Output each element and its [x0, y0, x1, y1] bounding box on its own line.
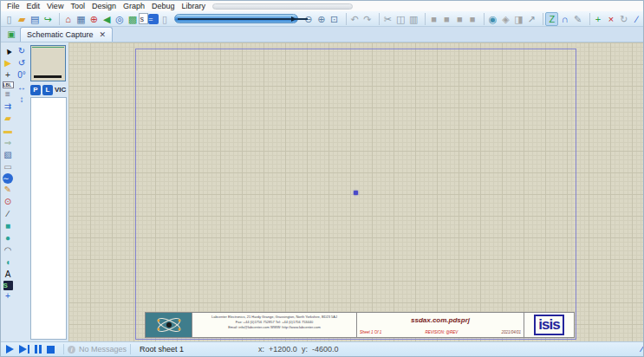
new-file-icon[interactable]: ▯ — [3, 12, 16, 26]
junction-mode-icon[interactable]: + — [2, 69, 15, 81]
status-bar: i No Messages Root sheet 1 x: +1200.0 y:… — [1, 341, 644, 356]
import-icon[interactable]: ↪ — [42, 12, 55, 26]
selector-header: P L VIC — [30, 84, 67, 95]
rotate-anticlockwise-icon[interactable]: ↺ — [16, 57, 29, 69]
block-delete-icon[interactable]: ■ — [466, 12, 479, 26]
pages-icon[interactable]: ▣ — [4, 27, 18, 41]
open-folder-icon[interactable]: ▰ — [16, 12, 29, 26]
tab-close-icon[interactable]: ✕ — [97, 30, 107, 39]
wire-label-mode-icon[interactable]: LBL — [3, 81, 14, 88]
menu-graph[interactable]: Graph — [120, 1, 148, 11]
grid-toggle-icon[interactable]: ▦ — [75, 12, 88, 26]
library-button[interactable]: L — [42, 85, 53, 95]
separator — [481, 13, 485, 25]
save-icon[interactable]: ▤ — [29, 12, 42, 26]
marker-2d-mode-icon[interactable]: + — [2, 290, 15, 302]
device-pin-mode-icon[interactable]: ⇒ — [2, 137, 15, 149]
packaging-tool-icon[interactable]: ◨ — [512, 12, 525, 26]
block-copy-icon[interactable]: ■ — [427, 12, 440, 26]
mirror-vertical-icon[interactable]: ↕ — [16, 94, 29, 106]
arc-2d-mode-icon[interactable]: ◠ — [2, 244, 15, 256]
current-probe-mode-icon[interactable]: ⊙ — [2, 196, 15, 208]
rotate-clockwise-icon[interactable]: ↻ — [16, 45, 29, 57]
menu-view[interactable]: View — [43, 1, 67, 11]
zoom-slider[interactable] — [174, 14, 298, 23]
new-sheet-icon[interactable]: + — [592, 12, 605, 26]
cut-icon[interactable]: ✂ — [381, 12, 394, 26]
pause-button[interactable] — [35, 345, 42, 354]
step-button[interactable] — [19, 345, 29, 354]
zoom-extents-button[interactable]: ⊡ — [328, 12, 341, 26]
decompose-icon[interactable]: ↗ — [525, 12, 538, 26]
pan-icon[interactable]: ◀ — [101, 12, 114, 26]
separator — [586, 13, 590, 25]
line-2d-mode-icon[interactable]: ∕ — [2, 208, 15, 220]
path-2d-mode-icon[interactable]: ◖ — [2, 256, 15, 269]
message-status[interactable]: No Messages — [79, 345, 127, 354]
menu-library[interactable]: Library — [178, 1, 209, 11]
separator — [540, 13, 544, 25]
minimap-border-line — [32, 47, 64, 48]
copy-icon[interactable]: ◫ — [394, 12, 407, 26]
menu-bar: FileEditViewToolDesignGraphDebugLibrary — [1, 1, 644, 11]
symbol-2d-mode-icon[interactable]: S — [3, 281, 13, 290]
revision-label: REVISION: @REV — [425, 330, 458, 334]
menu-tool[interactable]: Tool — [67, 1, 88, 11]
tab-bar: ▣ Schematic Capture ✕ — [1, 27, 644, 42]
undo-icon[interactable]: ↶ — [348, 12, 361, 26]
terminal-mode-icon[interactable]: ▬ — [2, 125, 15, 137]
mirror-horizontal-icon[interactable]: ↔ — [16, 81, 29, 94]
devices-list[interactable] — [30, 97, 67, 340]
generator-mode-icon[interactable]: ∼ — [3, 173, 13, 184]
separator — [56, 13, 61, 25]
menu-edit[interactable]: Edit — [23, 1, 44, 11]
origin-icon[interactable]: ⊕ — [88, 12, 101, 26]
template-icon[interactable]: ▯ — [159, 12, 172, 26]
tape-recorder-mode-icon[interactable]: ▭ — [2, 161, 15, 173]
stop-button[interactable] — [47, 346, 55, 354]
pick-devices-button[interactable]: P — [30, 85, 41, 95]
property-assignment-icon[interactable]: ✎ — [571, 12, 584, 26]
x-label: x: — [258, 345, 264, 354]
menu-file[interactable]: File — [3, 1, 23, 11]
tab-label: Schematic Capture — [27, 30, 94, 39]
goto-sheet-icon[interactable]: ↻ — [617, 12, 630, 26]
subcircuit-mode-icon[interactable]: ▰ — [2, 113, 15, 125]
circle-2d-mode-icon[interactable]: ● — [2, 232, 15, 244]
script-mode-icon[interactable]: ≡ — [2, 88, 15, 101]
schematic-canvas[interactable]: Labcenter Electronics, 21 Hardy Grange, … — [68, 42, 643, 341]
wire-autorouter-icon[interactable]: Z — [545, 12, 558, 26]
overview-minimap[interactable] — [30, 45, 66, 81]
block-move-icon[interactable]: ■ — [440, 12, 453, 26]
zoom-in-button[interactable]: ⊕ — [315, 12, 328, 26]
labcenter-logo — [146, 313, 192, 337]
remove-sheet-icon[interactable]: × — [604, 12, 617, 26]
voltage-probe-mode-icon[interactable]: ✎ — [2, 184, 15, 196]
snapshot-icon[interactable]: s — [139, 13, 148, 24]
tab-schematic-capture[interactable]: Schematic Capture ✕ — [20, 27, 113, 42]
statusbar-separator — [130, 344, 131, 354]
design-explorer-icon[interactable]: ∕ — [630, 12, 643, 26]
units-icon[interactable]: = — [148, 14, 158, 24]
redraw-icon[interactable]: ⌂ — [62, 12, 75, 26]
box-2d-mode-icon[interactable]: ■ — [2, 220, 15, 232]
date-label: 2021/04/01 — [501, 330, 521, 334]
graph-mode-icon[interactable]: ▧ — [2, 149, 15, 161]
statusbar-separator — [63, 344, 64, 354]
isis-logo-text: isis — [534, 315, 563, 335]
zoom-area-icon[interactable]: ◎ — [114, 12, 127, 26]
make-device-icon[interactable]: ◈ — [499, 12, 512, 26]
pick-parts-icon[interactable]: ◉ — [486, 12, 499, 26]
text-2d-mode-icon[interactable]: A — [2, 269, 15, 281]
bus-mode-icon[interactable]: ⇉ — [2, 101, 15, 113]
redo-icon[interactable]: ↷ — [361, 12, 374, 26]
component-mode-icon[interactable]: ▶ — [2, 57, 15, 69]
paste-icon[interactable]: ▥ — [407, 12, 420, 26]
menu-design[interactable]: Design — [88, 1, 120, 11]
search-tag-icon[interactable]: ∩ — [558, 12, 571, 26]
play-button[interactable] — [6, 345, 14, 354]
main-toolbar: ▯▰▤↪⌂▦⊕◀◎▩s=▯ ⊖⊕⊡↶↷✂◫▥■■■■◉◈◨↗Z∩✎+×↻∕ — [1, 11, 644, 27]
zoom-all-icon[interactable]: ▩ — [127, 12, 140, 26]
block-rotate-icon[interactable]: ■ — [453, 12, 466, 26]
menu-debug[interactable]: Debug — [148, 1, 179, 11]
